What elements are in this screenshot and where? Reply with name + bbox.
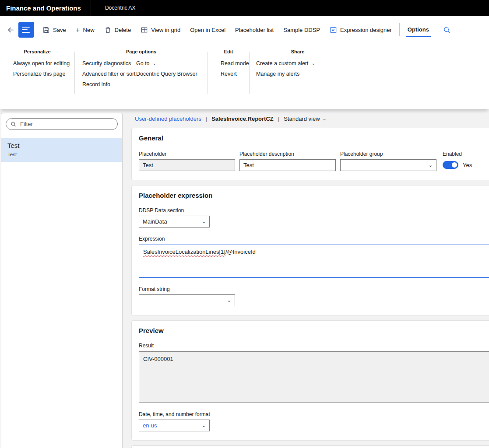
chevron-down-icon: ⌄ — [153, 61, 156, 66]
expression-designer-icon — [330, 26, 337, 34]
sample-ddsp-button[interactable]: Sample DDSP — [278, 24, 325, 36]
field-label: DDSP Data section — [139, 207, 489, 214]
menu-button[interactable] — [18, 22, 34, 38]
dropdown-value: en-us — [143, 422, 157, 429]
field-date-time-number-format: Date, time, and number format en-us ⌄ — [139, 411, 489, 431]
options-ribbon-flyout: Personalize Always open for editing Pers… — [0, 44, 489, 109]
filter-input[interactable] — [19, 120, 113, 128]
ribbon-item-advanced-filter-or-sort[interactable]: Advanced filter or sort — [82, 69, 136, 79]
new-button[interactable]: + New — [71, 24, 99, 36]
expression-error-text: SalesInvoiceLocalizationLines[1] — [143, 248, 225, 255]
ribbon-item-security-diagnostics[interactable]: Security diagnostics — [82, 58, 136, 69]
chevron-down-icon: ⌄ — [227, 298, 231, 303]
ribbon-group-title: Personalize — [0, 49, 74, 54]
ribbon-item-docentric-query-browser[interactable]: Docentric Query Browser — [136, 69, 200, 79]
field-enabled: Enabled Yes — [443, 151, 472, 171]
chevron-down-icon: ⌄ — [429, 162, 433, 168]
back-arrow-icon — [7, 26, 14, 34]
ribbon-item-personalize-this-page[interactable]: Personalize this page — [0, 69, 74, 79]
section-preview: Preview Result CIV-000001 Date, time, an… — [131, 320, 489, 441]
ribbon-item-revert[interactable]: Revert — [208, 69, 249, 79]
delete-button[interactable]: Delete — [99, 24, 136, 36]
open-in-excel-button[interactable]: Open in Excel — [185, 24, 230, 36]
date-time-number-format-dropdown[interactable]: en-us ⌄ — [139, 420, 210, 431]
main-form: User-defined placeholders | SalesInvoice… — [131, 113, 489, 448]
chevron-down-icon: ⌄ — [312, 61, 315, 66]
field-placeholder-description: Placeholder description — [239, 151, 336, 171]
hamburger-icon — [22, 27, 30, 28]
breadcrumb-separator: | — [206, 116, 207, 122]
description-input-wrapper — [239, 159, 336, 171]
plus-icon: + — [76, 26, 80, 34]
app-title[interactable]: Finance and Operations — [0, 4, 87, 12]
ddsp-data-section-dropdown[interactable]: MainData ⌄ — [139, 216, 210, 228]
field-placeholder-group: Placeholder group ⌄ — [340, 151, 436, 171]
ribbon-group-title: Page options — [75, 49, 208, 54]
format-string-dropdown[interactable]: ⌄ — [139, 294, 235, 306]
section-instructions: Instructions — [131, 445, 489, 448]
ribbon-group-share: Share Create a custom alert⌄ Manage my a… — [250, 49, 346, 109]
ribbon-item-manage-my-alerts[interactable]: Manage my alerts — [250, 69, 346, 79]
view-in-grid-button[interactable]: View in grid — [136, 24, 185, 36]
divider — [1, 134, 122, 134]
ribbon-group-title: Share — [250, 49, 346, 54]
placeholder-input-wrapper — [139, 159, 235, 171]
record-name: SalesInvoice.ReportCZ — [211, 116, 274, 122]
field-label: Enabled — [443, 151, 472, 157]
back-button[interactable] — [4, 23, 18, 37]
search-button[interactable] — [440, 23, 454, 36]
chevron-down-icon: ⌄ — [323, 116, 327, 121]
field-label: Placeholder description — [239, 151, 336, 157]
expression-text: /@InvoiceId — [225, 248, 256, 255]
filter-search-icon — [11, 121, 16, 127]
ribbon-group-title: Edit — [208, 49, 249, 54]
breadcrumb-link-user-defined-placeholders[interactable]: User-defined placeholders — [135, 116, 201, 122]
action-pane-toolbar: Save + New Delete View in grid Open in E… — [0, 16, 489, 44]
delete-icon — [104, 26, 112, 34]
placeholder-group-dropdown[interactable]: ⌄ — [340, 159, 436, 171]
ribbon-group-edit: Edit Read mode Revert — [208, 49, 249, 109]
save-button[interactable]: Save — [38, 24, 71, 36]
ribbon-item-record-info[interactable]: Record info — [82, 79, 136, 90]
section-general: General Placeholder Placeholder descript… — [131, 128, 489, 180]
ribbon-item-read-mode[interactable]: Read mode — [208, 58, 249, 69]
tab-options[interactable]: Options — [406, 23, 431, 37]
list-item-title: Test — [7, 142, 116, 149]
chevron-down-icon: ⌄ — [202, 219, 206, 224]
save-icon — [42, 26, 50, 34]
page-content: Test Test User-defined placeholders | Sa… — [0, 109, 489, 448]
chevron-down-icon: ⌄ — [202, 423, 206, 428]
filter-field[interactable] — [6, 118, 118, 130]
expression-editor[interactable]: SalesInvoiceLocalizationLines[1]/@Invoic… — [139, 245, 489, 278]
field-placeholder: Placeholder — [139, 151, 235, 171]
field-ddsp-data-section: DDSP Data section MainData ⌄ — [139, 207, 489, 228]
field-label: Date, time, and number format — [139, 411, 489, 417]
ribbon-group-page-options: Page options Security diagnostics Advanc… — [75, 49, 208, 109]
enabled-toggle-label: Yes — [463, 162, 472, 168]
ribbon-item-go-to[interactable]: Go to⌄ — [136, 58, 200, 69]
search-icon — [443, 26, 450, 34]
section-placeholder-expression: Placeholder expression DDSP Data section… — [131, 185, 489, 315]
expression-designer-button[interactable]: Expression designer — [325, 24, 397, 36]
section-title-placeholder-expression[interactable]: Placeholder expression — [139, 192, 489, 199]
field-result: Result CIV-000001 — [139, 343, 489, 403]
list-item-test[interactable]: Test Test — [1, 138, 122, 162]
description-input[interactable] — [243, 162, 332, 168]
field-label: Placeholder — [139, 151, 235, 157]
top-app-bar: Finance and Operations Docentric AX — [0, 0, 489, 16]
enabled-toggle[interactable] — [443, 161, 458, 169]
ribbon-item-create-a-custom-alert[interactable]: Create a custom alert⌄ — [250, 58, 346, 69]
module-title: Docentric AX — [91, 5, 135, 11]
view-selector[interactable]: Standard view ⌄ — [284, 116, 327, 122]
section-title-general[interactable]: General — [139, 134, 489, 142]
field-expression: Expression SalesInvoiceLocalizationLines… — [139, 236, 489, 278]
section-title-preview[interactable]: Preview — [139, 327, 489, 334]
placeholder-list-button[interactable]: Placeholder list — [230, 24, 278, 36]
field-label: Format string — [139, 286, 489, 292]
ribbon-item-always-open-for-editing[interactable]: Always open for editing — [0, 58, 74, 69]
field-format-string: Format string ⌄ — [139, 286, 489, 306]
field-label: Expression — [139, 236, 489, 242]
record-list-panel: Test Test — [1, 113, 123, 448]
breadcrumb: User-defined placeholders | SalesInvoice… — [131, 113, 489, 124]
breadcrumb-separator: | — [278, 116, 279, 122]
